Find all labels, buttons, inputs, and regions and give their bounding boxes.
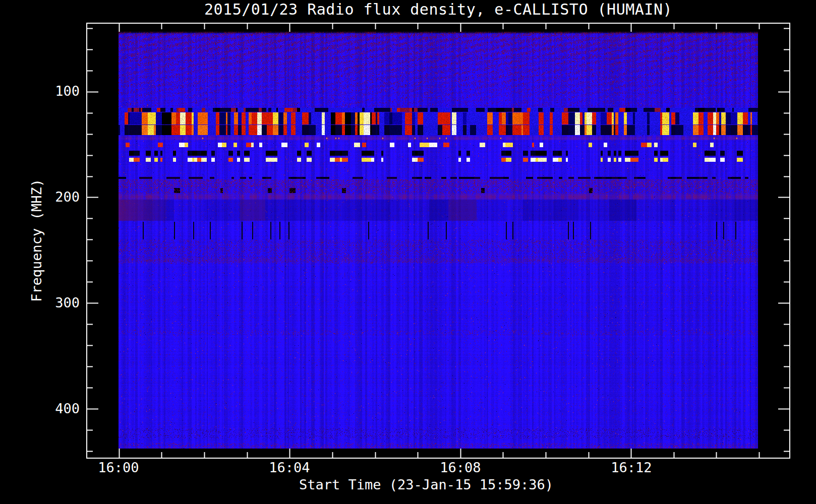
x-tick-label: 16:04 — [254, 460, 325, 476]
x-tick-label: 16:12 — [596, 460, 667, 476]
x-tick-label: 16:00 — [83, 460, 154, 476]
spectrogram-canvas — [86, 23, 790, 459]
chart-title: 2015/01/23 Radio flux density, e-CALLIST… — [86, 1, 790, 18]
spectrogram-figure: 2015/01/23 Radio flux density, e-CALLIST… — [0, 0, 816, 504]
x-tick-label: 16:08 — [425, 460, 496, 476]
y-tick-label: 200 — [14, 189, 80, 205]
y-tick-label: 100 — [14, 83, 80, 99]
y-tick-label: 300 — [14, 295, 80, 311]
x-axis-label: Start Time (23-Jan-15 15:59:36) — [299, 477, 553, 492]
y-tick-label: 400 — [14, 401, 80, 417]
